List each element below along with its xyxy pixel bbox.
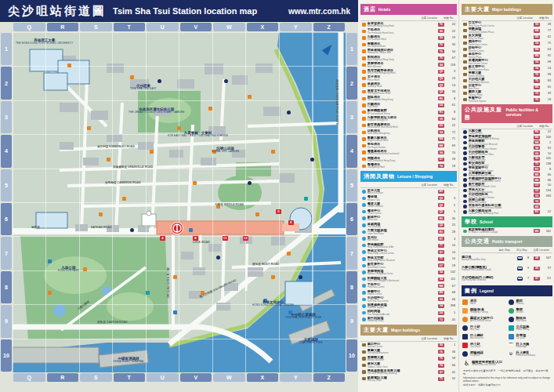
grid-numbers-left: 12345678910 xyxy=(0,32,13,372)
facility-icon xyxy=(463,141,467,145)
facility-icon xyxy=(463,210,467,214)
map-place-label: 市政局百週年紀念公園 THE URBAN COUNCIL CENTENARY G… xyxy=(129,107,184,114)
grid-letter-cell: S xyxy=(80,373,112,382)
grid-ref-badge: W4 xyxy=(534,140,540,144)
hotel-icon xyxy=(362,83,366,87)
facility-icon xyxy=(463,130,467,134)
list-item: 九龍酒店The Kowloon Hotel S6 19 xyxy=(360,34,457,42)
building-icon xyxy=(463,48,467,52)
index-column-1: 酒店 Hotels 位置 Location 號數 No. 喜來登酒店Sherat… xyxy=(358,0,458,392)
map-poi-icon xyxy=(130,75,134,79)
map-poi-icon xyxy=(87,126,91,130)
grid-ref-badge: S4 xyxy=(438,270,444,274)
publisher-logo: 指南針 圖 www.ly321.com xyxy=(462,389,552,392)
building-icon xyxy=(463,54,467,58)
grid-ref-badge: Q4 xyxy=(438,90,444,94)
list-item: 太子酒店Prince Hotel Q5 23 xyxy=(360,75,457,82)
list-item: 金巴利廣場Kimberley Plaza T3 45 xyxy=(360,316,457,323)
legend-symbol-icon: ⌒ xyxy=(509,343,514,348)
station-exit-marker: E xyxy=(288,220,294,225)
school-icon xyxy=(463,230,467,234)
leisure-list: 星光大道Avenue of Stars W7 海港城Harbour City Q… xyxy=(360,188,457,323)
grid-letter-cell: T xyxy=(114,373,146,382)
map-place-label: 九廣東鐵 · 尖東站 KCR EAST RAIL · EAST TSIM SHA… xyxy=(168,131,228,138)
road-name-label: 廣東道 CANTON ROAD xyxy=(97,321,128,324)
bus-icon xyxy=(517,267,523,271)
grid-ref-badge: S4 xyxy=(438,278,444,281)
column-headings: 位置 Location 號數 No. xyxy=(360,336,457,342)
grid-ref-badge: T4 xyxy=(438,364,444,368)
grid-letter-cell: X xyxy=(247,373,279,382)
map-poi-icon xyxy=(248,95,252,99)
grid-ref-badge: V5 xyxy=(534,92,540,96)
grid-number-cell: 7 xyxy=(346,237,357,269)
facility-icon xyxy=(463,183,467,187)
grid-ref-badge: X4 xyxy=(438,151,444,154)
grid-ref-badge: Q5 xyxy=(438,210,444,214)
leisure-icon xyxy=(362,223,366,227)
legend-symbol-icon xyxy=(462,343,468,348)
road-name-label: 金巴利道 KIMBERLEY ROAD xyxy=(97,145,135,148)
leisure-icon xyxy=(362,230,366,234)
grid-number-cell: 8 xyxy=(346,271,357,303)
road-name-label: 漆咸道南 CHATHAM ROAD SOUTH xyxy=(335,79,339,125)
list-item: 龍堡國際賓館BP International House R3 8 xyxy=(360,109,457,116)
map-poi-icon xyxy=(48,260,52,263)
list-item: 馬哥孛羅香港酒店Marco Polo Hongkong Hotel Q6 3 xyxy=(360,68,457,75)
grid-ref-badge: S7 xyxy=(438,250,444,254)
disclaimer-notes: 本圖所示資料及位置僅供參考，一切以實地情況為準，如有更改，恕不另行通知。 Inf… xyxy=(463,369,551,387)
legend-symbol-icon xyxy=(462,299,468,305)
grid-ref-badge: W4 xyxy=(534,48,540,52)
hotel-icon xyxy=(362,30,366,34)
hotel-icon xyxy=(362,70,366,74)
grid-ref-badge: X3 xyxy=(534,194,540,198)
leisure-icon xyxy=(362,190,366,194)
grid-ref-badge: T3 xyxy=(438,318,444,321)
grid-ref-badge: W4 xyxy=(438,143,444,147)
legend-item: 郵政局Post office xyxy=(509,315,553,324)
map-poi-icon xyxy=(173,310,177,314)
map-poi-icon xyxy=(255,212,259,216)
column-headings: 位置 Location 號數 No. xyxy=(462,16,552,21)
grid-ref-badge: T5 xyxy=(534,79,540,83)
list-item: 尖沙咀大廈Tsimshatsui Mansion T5 83 xyxy=(462,78,552,84)
grid-ref-badge: Q5 xyxy=(438,83,444,87)
grid-letter-cell: R xyxy=(47,373,79,382)
mtr-website-link[interactable]: www.mtr.com.hk xyxy=(288,7,350,16)
grid-ref-badge: T5 xyxy=(438,377,444,381)
list-item: 新世界中心New World Centre U7 18 xyxy=(360,263,457,270)
list-item: 帝國中心Empire Centre W5 68 xyxy=(360,289,457,296)
building-icon xyxy=(463,98,467,102)
grid-number-cell: 10 xyxy=(346,339,357,372)
hotel-icon xyxy=(362,124,366,128)
legend-item: 停車場Car park xyxy=(509,332,553,341)
map-place-label: 香港理工大學 THE HONG KONG POLYTECHNIC UNIVERS… xyxy=(16,38,74,45)
section-header-leisure: 消閒及購物 Leisure / Shopping xyxy=(360,171,457,182)
legend-symbol-icon xyxy=(462,325,468,331)
list-item: 東海商業中心East Ocean Centre X4 98 xyxy=(462,59,552,65)
legend-column-right: 戲院Cinema 學校School 郵政局Post office xyxy=(509,298,553,358)
legend-symbol-icon xyxy=(509,299,514,305)
legend-symbol-icon xyxy=(462,308,468,314)
building-icon xyxy=(463,73,467,77)
legend-symbol-icon: ∪ xyxy=(509,351,514,357)
leisure-icon xyxy=(362,237,366,241)
grid-number-cell: 4 xyxy=(346,135,357,167)
hotel-icon xyxy=(362,165,366,169)
grid-ref-badge: S6 xyxy=(438,343,444,347)
leisure-icon xyxy=(362,304,366,308)
list-item: 帝苑酒店The Royal Garden W4 69 xyxy=(360,143,457,150)
building-icon xyxy=(362,364,366,368)
facility-icon xyxy=(463,205,467,209)
legend-column-left: 酒店Hotel 購物/飲食Shopping / Dining 藝術及文娛中心Ar… xyxy=(462,298,507,358)
road-name-label: NATHAN ROAD xyxy=(91,226,111,229)
building-icon xyxy=(463,79,467,83)
street-map-canvas[interactable]: ABC1C2DE 香港理工大學 THE HONG KONG POLYTECHNI… xyxy=(13,32,346,372)
legend-symbol-icon xyxy=(509,308,514,314)
list-item: 九龍香格里拉大酒店Kowloon Shangri-La V5 64 xyxy=(360,115,457,122)
legend-item: ⌒ 行人天橋Footbridge xyxy=(509,341,553,350)
index-panel: 酒店 Hotels 位置 Location 號數 No. 喜來登酒店Sherat… xyxy=(358,0,554,392)
hotel-icon xyxy=(362,90,366,94)
grid-ref-badge: S7 xyxy=(534,277,540,281)
section-header-hotels: 酒店 Hotels xyxy=(360,4,457,15)
